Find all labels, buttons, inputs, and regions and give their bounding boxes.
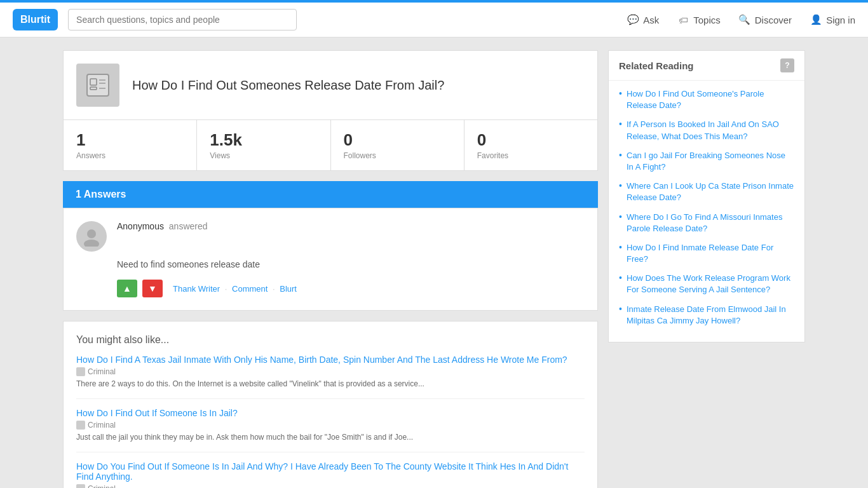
related-list: How Do I Find Out Someone's Parole Relea… <box>609 81 804 342</box>
suggestion-item: How Do You Find Out If Someone Is In Jai… <box>76 461 585 488</box>
answer-verb: answered <box>169 221 208 231</box>
nav-right: 💬 Ask 🏷 Topics 🔍 Discover 👤 Sign in <box>627 13 855 26</box>
related-link[interactable]: Where Can I Look Up Ca State Prison Inma… <box>627 181 794 202</box>
related-reading: Related Reading ? How Do I Find Out Some… <box>608 50 805 342</box>
tag-label: Criminal <box>88 421 116 430</box>
answer-attribution: Anonymous answered <box>117 221 208 231</box>
suggestion-link[interactable]: How Do I Find Out If Someone Is In Jail? <box>76 408 585 418</box>
blurt-link[interactable]: Blurt <box>280 284 297 294</box>
followers-count: 0 <box>344 130 451 150</box>
tag-icon <box>76 367 85 376</box>
views-count: 1.5k <box>210 130 317 150</box>
suggestion-item: How Do I Find Out If Someone Is In Jail?… <box>76 408 585 452</box>
logo[interactable]: Blurtit <box>13 9 58 30</box>
views-label: Views <box>210 151 230 160</box>
ask-icon: 💬 <box>627 13 639 26</box>
related-reading-header: Related Reading ? <box>609 51 804 81</box>
suggestion-tag: Criminal <box>76 367 116 376</box>
stats-row: 1 Answers 1.5k Views 0 Followers 0 Favor… <box>64 119 597 170</box>
nav-signin[interactable]: 👤 Sign in <box>810 13 855 26</box>
related-link[interactable]: Can I go Jail For Breaking Someones Nose… <box>627 151 785 172</box>
stat-followers: 0 Followers <box>331 120 465 170</box>
answer-text: Need to find someones release date <box>117 259 585 269</box>
nav-topics[interactable]: 🏷 Topics <box>677 13 721 26</box>
help-button[interactable]: ? <box>780 58 794 72</box>
related-link[interactable]: Inmate Release Date From Elmwood Jail In… <box>627 304 786 325</box>
related-list-item: How Do I Find Out Someone's Parole Relea… <box>619 88 794 111</box>
stat-favorites: 0 Favorites <box>465 120 597 170</box>
suggestions-list: How Do I Find A Texas Jail Inmate With O… <box>76 355 585 488</box>
related-link[interactable]: If A Person Is Booked In Jail And On SAO… <box>627 119 779 140</box>
related-list-item: How Do I Find Inmate Release Date For Fr… <box>619 242 794 265</box>
downvote-button[interactable]: ▼ <box>142 280 163 297</box>
tag-label: Criminal <box>88 484 116 488</box>
main-container: How Do I Find Out Someones Release Date … <box>53 50 815 488</box>
nav-discover-label: Discover <box>755 15 792 25</box>
suggestion-item: How Do I Find A Texas Jail Inmate With O… <box>76 355 585 399</box>
right-sidebar: Related Reading ? How Do I Find Out Some… <box>608 50 805 488</box>
question-card: How Do I Find Out Someones Release Date … <box>63 50 598 171</box>
favorites-count: 0 <box>477 130 585 150</box>
related-list-item: Can I go Jail For Breaking Someones Nose… <box>619 150 794 173</box>
tag-icon <box>76 421 85 430</box>
comment-link[interactable]: Comment <box>232 284 268 294</box>
answer-author: Anonymous <box>117 221 164 231</box>
nav-ask-label: Ask <box>643 15 659 25</box>
answer-block: Anonymous answered Need to find someones… <box>63 208 598 311</box>
nav-topics-label: Topics <box>693 15 721 25</box>
suggestions-title: You might also like... <box>76 334 585 346</box>
topics-icon: 🏷 <box>677 13 689 26</box>
suggestion-tag: Criminal <box>76 421 116 430</box>
vote-row: ▲ ▼ Thank Writer · Comment · Blurt <box>117 280 585 297</box>
nav-ask[interactable]: 💬 Ask <box>627 13 659 26</box>
related-list-item: If A Person Is Booked In Jail And On SAO… <box>619 119 794 142</box>
related-list-item: Inmate Release Date From Elmwood Jail In… <box>619 304 794 327</box>
signin-icon: 👤 <box>810 13 822 26</box>
suggestion-snippet: There are 2 ways to do this. On the Inte… <box>76 379 585 390</box>
suggestion-link[interactable]: How Do I Find A Texas Jail Inmate With O… <box>76 355 585 365</box>
related-link[interactable]: How Do I Find Out Someone's Parole Relea… <box>627 89 764 110</box>
suggestions-block: You might also like... How Do I Find A T… <box>63 321 598 488</box>
suggestion-tag: Criminal <box>76 484 116 488</box>
svg-point-6 <box>87 229 96 238</box>
search-input[interactable] <box>68 9 297 30</box>
related-list-item: Where Do I Go To Find A Missouri Inmates… <box>619 212 794 234</box>
nav-signin-label: Sign in <box>826 15 855 25</box>
question-title: How Do I Find Out Someones Release Date … <box>132 78 444 93</box>
question-header: How Do I Find Out Someones Release Date … <box>64 51 597 119</box>
stat-answers: 1 Answers <box>64 120 197 170</box>
followers-label: Followers <box>344 151 376 160</box>
avatar <box>76 221 107 252</box>
answers-header: 1 Answers <box>63 181 598 208</box>
tag-label: Criminal <box>88 367 116 376</box>
top-bar: Blurtit 💬 Ask 🏷 Topics 🔍 Discover 👤 Sign… <box>0 3 868 37</box>
related-link[interactable]: Where Do I Go To Find A Missouri Inmates… <box>627 212 782 233</box>
related-link[interactable]: How Does The Work Release Program Work F… <box>627 273 790 294</box>
related-list-item: Where Can I Look Up Ca State Prison Inma… <box>619 180 794 203</box>
answer-meta: Anonymous answered <box>76 221 585 252</box>
discover-icon: 🔍 <box>738 13 751 26</box>
related-list-item: How Does The Work Release Program Work F… <box>619 273 794 295</box>
tag-icon <box>76 484 85 488</box>
svg-point-7 <box>84 240 99 247</box>
related-reading-title: Related Reading <box>619 60 694 71</box>
upvote-button[interactable]: ▲ <box>117 280 137 297</box>
nav-discover[interactable]: 🔍 Discover <box>738 13 792 26</box>
question-thumbnail <box>76 64 119 107</box>
stat-views: 1.5k Views <box>197 120 330 170</box>
thank-writer-link[interactable]: Thank Writer <box>173 284 220 294</box>
answers-label: Answers <box>76 151 105 160</box>
related-link[interactable]: How Do I Find Inmate Release Date For Fr… <box>627 243 773 264</box>
favorites-label: Favorites <box>477 151 508 160</box>
answers-count: 1 <box>76 130 184 150</box>
suggestion-snippet: Just call the jail you think they may be… <box>76 432 585 443</box>
suggestion-link[interactable]: How Do You Find Out If Someone Is In Jai… <box>76 461 585 482</box>
content-area: How Do I Find Out Someones Release Date … <box>63 50 598 488</box>
